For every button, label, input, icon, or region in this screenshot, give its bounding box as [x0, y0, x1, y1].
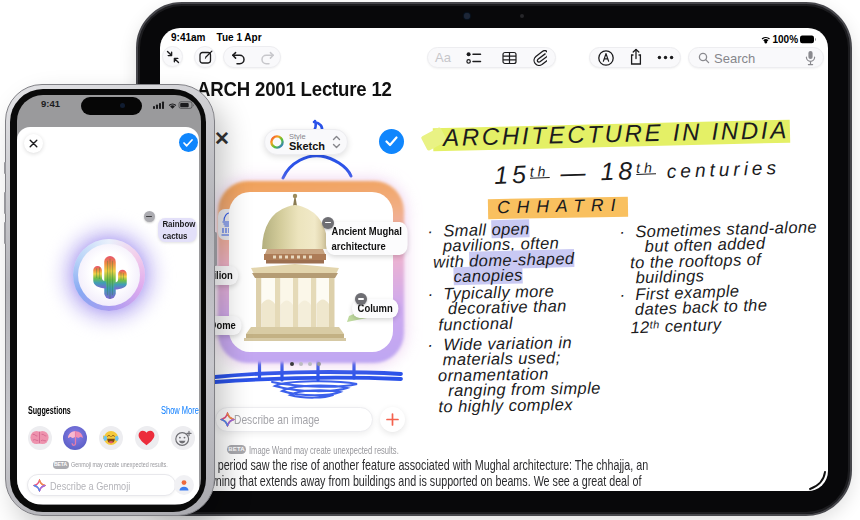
- svg-text:100%: 100%: [773, 34, 799, 45]
